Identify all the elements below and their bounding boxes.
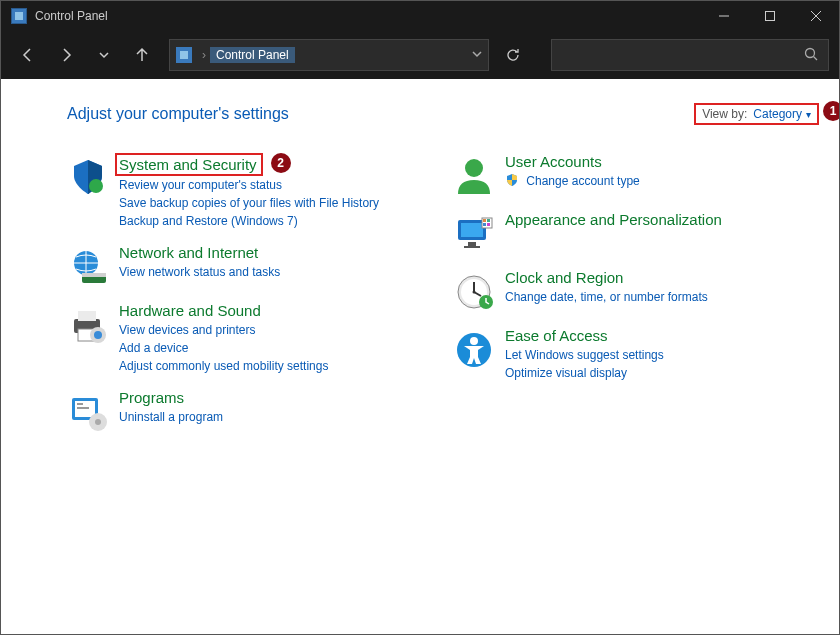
user-icon [453, 155, 495, 197]
window-title: Control Panel [35, 9, 701, 23]
svg-point-14 [94, 331, 102, 339]
shield-icon [67, 155, 109, 197]
svg-rect-23 [461, 223, 483, 237]
ease-of-access-icon [453, 329, 495, 371]
category-hardware-sound: Hardware and Sound View devices and prin… [67, 302, 433, 375]
category-link[interactable]: Let Windows suggest settings [505, 346, 819, 364]
svg-point-6 [89, 179, 103, 193]
category-link[interactable]: Backup and Restore (Windows 7) [119, 212, 433, 230]
svg-line-5 [814, 56, 818, 60]
category-link[interactable]: Change date, time, or number formats [505, 288, 819, 306]
svg-rect-25 [464, 246, 480, 248]
svg-rect-1 [766, 12, 775, 21]
recent-locations-button[interactable] [87, 39, 121, 71]
svg-point-20 [95, 419, 101, 425]
category-appearance: Appearance and Personalization [453, 211, 819, 255]
svg-rect-28 [487, 219, 490, 222]
category-link[interactable]: View network status and tasks [119, 263, 433, 281]
svg-rect-27 [483, 219, 486, 222]
category-title[interactable]: Programs [119, 389, 433, 406]
globe-icon [67, 246, 109, 288]
page-title: Adjust your computer's settings [67, 105, 289, 123]
window-controls [701, 1, 839, 31]
view-by-control[interactable]: View by: Category [694, 103, 819, 125]
app-icon [11, 8, 27, 24]
content-pane: Adjust your computer's settings View by:… [1, 79, 839, 635]
category-programs: Programs Uninstall a program [67, 389, 433, 433]
header-row: Adjust your computer's settings View by:… [67, 103, 819, 125]
category-link[interactable]: View devices and printers [119, 321, 433, 339]
path-separator-icon: › [202, 48, 206, 62]
svg-point-35 [473, 291, 476, 294]
titlebar: Control Panel [1, 1, 839, 31]
uac-shield-icon [505, 173, 519, 187]
category-link[interactable]: Save backup copies of your files with Fi… [119, 194, 433, 212]
up-button[interactable] [125, 39, 159, 71]
annotation-badge-1: 1 [823, 101, 839, 121]
svg-rect-30 [487, 223, 490, 226]
svg-point-38 [470, 337, 478, 345]
back-button[interactable] [11, 39, 45, 71]
clock-icon [453, 271, 495, 313]
category-ease-of-access: Ease of Access Let Windows suggest setti… [453, 327, 819, 382]
view-by-label: View by: [702, 107, 747, 121]
category-link[interactable]: Add a device [119, 339, 433, 357]
forward-button[interactable] [49, 39, 83, 71]
address-dropdown-icon[interactable] [472, 48, 482, 62]
view-by-value[interactable]: Category [753, 107, 811, 121]
annotation-badge-2: 2 [271, 153, 291, 173]
category-title[interactable]: Clock and Region [505, 269, 819, 286]
svg-point-4 [806, 48, 815, 57]
category-link[interactable]: Adjust commonly used mobility settings [119, 357, 433, 375]
highlight-system-security: System and Security [115, 153, 263, 176]
right-column: User Accounts Change account type Appear… [453, 153, 819, 447]
category-title[interactable]: Appearance and Personalization [505, 211, 819, 228]
svg-rect-11 [78, 311, 96, 321]
svg-rect-24 [468, 242, 476, 246]
refresh-button[interactable] [497, 39, 529, 71]
category-title[interactable]: System and Security [119, 156, 257, 173]
category-link[interactable]: Uninstall a program [119, 408, 433, 426]
search-icon [804, 47, 818, 64]
programs-icon [67, 391, 109, 433]
address-location[interactable]: Control Panel [210, 47, 295, 63]
printer-icon [67, 304, 109, 346]
category-link[interactable]: Optimize visual display [505, 364, 819, 382]
category-title[interactable]: Hardware and Sound [119, 302, 433, 319]
control-panel-icon [176, 47, 192, 63]
search-input[interactable] [551, 39, 829, 71]
svg-rect-29 [483, 223, 486, 226]
maximize-button[interactable] [747, 1, 793, 31]
minimize-button[interactable] [701, 1, 747, 31]
category-network-internet: Network and Internet View network status… [67, 244, 433, 288]
svg-rect-9 [82, 273, 106, 277]
category-clock-region: Clock and Region Change date, time, or n… [453, 269, 819, 313]
category-title[interactable]: User Accounts [505, 153, 819, 170]
svg-rect-18 [77, 407, 89, 409]
category-system-security: System and Security 2 Review your comput… [67, 153, 433, 230]
category-title[interactable]: Ease of Access [505, 327, 819, 344]
category-link[interactable]: Review your computer's status [119, 176, 433, 194]
svg-point-21 [465, 159, 483, 177]
category-link[interactable]: Change account type [505, 172, 819, 190]
navbar: › Control Panel [1, 31, 839, 79]
category-columns: System and Security 2 Review your comput… [67, 153, 819, 447]
svg-rect-17 [77, 403, 83, 405]
close-button[interactable] [793, 1, 839, 31]
category-title[interactable]: Network and Internet [119, 244, 433, 261]
left-column: System and Security 2 Review your comput… [67, 153, 433, 447]
address-bar[interactable]: › Control Panel [169, 39, 489, 71]
monitor-icon [453, 213, 495, 255]
category-user-accounts: User Accounts Change account type [453, 153, 819, 197]
